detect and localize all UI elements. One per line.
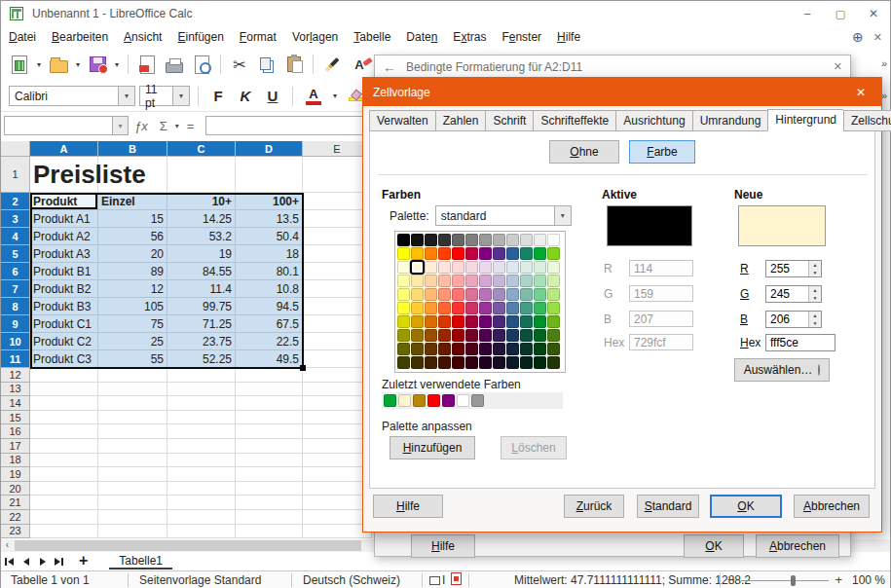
row-header-3[interactable]: 3 bbox=[1, 210, 30, 228]
cell-C13[interactable] bbox=[167, 383, 236, 397]
row-header-18[interactable]: 18 bbox=[1, 454, 30, 468]
cell-B5[interactable]: 20 bbox=[98, 245, 167, 263]
palette-swatch-ffff33[interactable] bbox=[397, 302, 410, 314]
palette-swatch-ff4000[interactable] bbox=[438, 247, 451, 260]
row-header-17[interactable]: 17 bbox=[1, 439, 30, 454]
menu-item-vorlagen[interactable]: Vorlagen bbox=[284, 28, 346, 46]
palette-swatch-ffff73[interactable] bbox=[397, 288, 410, 301]
palette-swatch-dc7396[interactable] bbox=[465, 288, 478, 301]
tab-zahlen[interactable]: Zahlen bbox=[435, 110, 486, 131]
palette-swatch-193a5c[interactable] bbox=[506, 329, 519, 342]
cell-C17[interactable] bbox=[167, 439, 236, 454]
palette-swatch-4d7f10[interactable] bbox=[547, 329, 560, 342]
back-arrow-icon[interactable]: ← bbox=[383, 59, 396, 75]
cell-C3[interactable]: 14.25 bbox=[167, 210, 236, 228]
zoom-out-icon[interactable]: − bbox=[727, 572, 735, 587]
palette-swatch-34550a[interactable] bbox=[547, 343, 560, 355]
palette-swatch-245282[interactable] bbox=[506, 315, 519, 328]
cf-cancel-button[interactable]: Abbrechen bbox=[756, 534, 839, 558]
cell-A7[interactable]: Produkt B2 bbox=[30, 280, 98, 298]
menu-item-bearbeiten[interactable]: Bearbeiten bbox=[44, 28, 116, 46]
cell-A8[interactable]: Produkt B3 bbox=[30, 298, 98, 315]
palette-swatch-dcede8[interactable] bbox=[520, 261, 533, 274]
palette-swatch-11263d[interactable] bbox=[506, 343, 519, 355]
palette-swatch-2a6099[interactable] bbox=[506, 247, 519, 260]
recent-swatch-ffffff[interactable] bbox=[457, 394, 469, 407]
row-header-10[interactable]: 10 bbox=[1, 333, 30, 350]
copy-button[interactable] bbox=[254, 52, 279, 77]
print-button[interactable] bbox=[162, 52, 187, 77]
tab-hintergrund[interactable]: Hintergrund bbox=[767, 109, 843, 131]
function-wizard-icon[interactable]: ƒx bbox=[129, 119, 154, 133]
toolbar-overflow-icon[interactable]: » bbox=[879, 57, 889, 69]
cell-A4[interactable]: Produkt A2 bbox=[30, 228, 98, 245]
palette-swatch-cc3367[interactable] bbox=[465, 302, 478, 314]
chevron-down-icon[interactable]: ▾ bbox=[118, 87, 134, 105]
palette-swatch-666666[interactable] bbox=[452, 234, 464, 246]
cf-ok-button[interactable]: OK bbox=[684, 534, 744, 558]
cell-D13[interactable] bbox=[236, 383, 303, 397]
dialog-close-icon[interactable]: ✕ bbox=[850, 86, 872, 99]
palette-swatch-ffffa6[interactable] bbox=[397, 275, 410, 287]
add-sheet-button[interactable]: + bbox=[67, 552, 97, 571]
cell-A22[interactable] bbox=[30, 510, 98, 525]
menu-item-hilfe[interactable]: Hilfe bbox=[549, 28, 588, 46]
palette-swatch-d3a6d3[interactable] bbox=[479, 275, 492, 287]
palette-swatch-d93600[interactable] bbox=[438, 315, 451, 328]
zoom-thumb[interactable] bbox=[791, 575, 796, 586]
palette-swatch-8aa8c7[interactable] bbox=[506, 288, 519, 301]
cell-C18[interactable] bbox=[167, 454, 236, 468]
row-header-20[interactable]: 20 bbox=[1, 482, 30, 496]
tab-umrandung[interactable]: Umrandung bbox=[692, 110, 768, 131]
cell-D4[interactable]: 50.4 bbox=[236, 228, 303, 245]
cell-B21[interactable] bbox=[98, 496, 167, 510]
underline-button[interactable]: U bbox=[261, 85, 284, 108]
equals-icon[interactable]: = bbox=[181, 119, 201, 133]
row-header-11[interactable]: 11 bbox=[1, 350, 30, 368]
sheet-tab-tabelle1[interactable]: Tabelle1 bbox=[109, 553, 172, 570]
palette-swatch-400000[interactable] bbox=[452, 356, 464, 369]
language-status[interactable]: Deutsch (Schweiz) bbox=[303, 573, 400, 587]
cell-B17[interactable] bbox=[98, 439, 167, 454]
scrollbar-thumb[interactable] bbox=[15, 540, 361, 551]
palette-swatch-ff6633[interactable] bbox=[438, 302, 451, 314]
cell-D20[interactable] bbox=[236, 482, 303, 496]
cell-A12[interactable] bbox=[30, 368, 98, 383]
spinner-icons[interactable]: ▲▼ bbox=[808, 312, 821, 327]
palette-swatch-ffa6a6[interactable] bbox=[452, 275, 464, 287]
cell-C11[interactable]: 52.25 bbox=[167, 350, 236, 368]
palette-swatch-1c1c1c[interactable] bbox=[425, 234, 437, 246]
paste-button[interactable] bbox=[281, 52, 307, 77]
row-header-1[interactable]: 1 bbox=[1, 157, 30, 193]
open-button[interactable] bbox=[46, 52, 71, 77]
palette-swatch-81d41a[interactable] bbox=[547, 247, 560, 260]
name-box-dropdown-icon[interactable]: ▾ bbox=[113, 116, 129, 135]
cell-C15[interactable] bbox=[167, 411, 236, 425]
last-sheet-button[interactable] bbox=[51, 554, 67, 569]
palette-swatch-ffbf00[interactable] bbox=[411, 247, 424, 260]
palette-swatch-664c00[interactable] bbox=[411, 343, 424, 355]
cell-D17[interactable] bbox=[236, 439, 303, 454]
pick-color-button[interactable]: Auswählen… bbox=[734, 358, 830, 382]
palette-swatch-402000[interactable] bbox=[425, 356, 437, 369]
cell-D23[interactable] bbox=[236, 525, 303, 539]
palette-swatch-997300[interactable] bbox=[411, 329, 424, 342]
cell-A5[interactable]: Produkt A3 bbox=[30, 245, 98, 263]
palette-swatch-200020[interactable] bbox=[479, 356, 492, 369]
recent-swatch-800080[interactable] bbox=[442, 394, 455, 407]
recent-swatch-fff5ce[interactable] bbox=[398, 394, 411, 407]
palette-swatch-401000[interactable] bbox=[438, 356, 451, 369]
cell-D7[interactable]: 10.8 bbox=[236, 280, 303, 298]
cf-dialog-titlebar[interactable]: ← Bedingte Formatierung für A2:D11 ✕ bbox=[375, 55, 850, 78]
palette-swatch-7759a4[interactable] bbox=[493, 302, 505, 314]
palette-swatch-730027[interactable] bbox=[465, 329, 478, 342]
statistics-status[interactable]: Mittelwert: 47.7111111111111; Summe: 128… bbox=[514, 573, 751, 587]
print-preview-button[interactable] bbox=[189, 52, 214, 77]
palette-swatch-ffdc73[interactable] bbox=[411, 288, 424, 301]
palette-swatch-083529[interactable] bbox=[520, 343, 533, 355]
palette-swatch-00a933[interactable] bbox=[534, 247, 546, 260]
cell-C14[interactable] bbox=[167, 396, 236, 411]
cell-A17[interactable] bbox=[30, 439, 98, 454]
cell-C5[interactable]: 19 bbox=[167, 245, 236, 263]
palette-swatch-000000[interactable] bbox=[397, 234, 410, 246]
